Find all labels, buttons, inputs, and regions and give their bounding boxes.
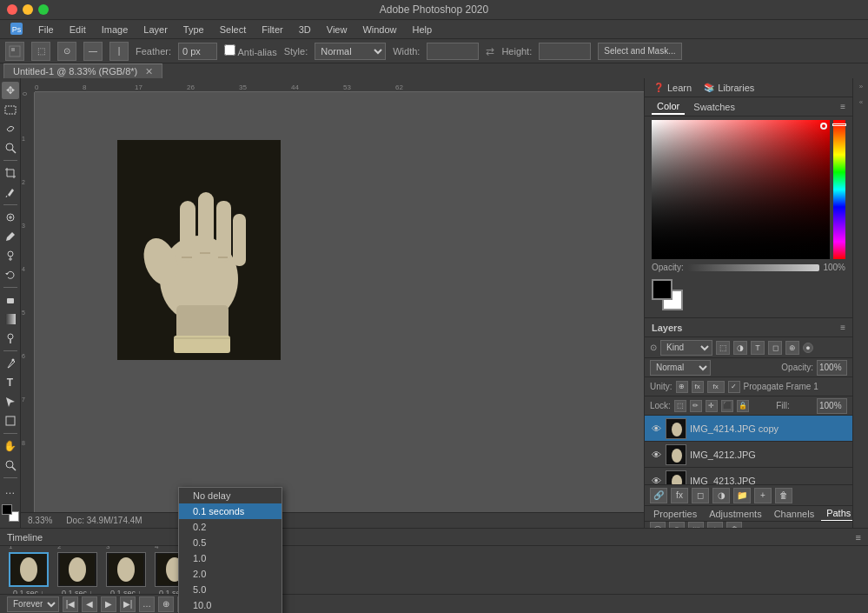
fill-input[interactable] xyxy=(817,398,847,414)
brush-tool[interactable] xyxy=(2,228,19,245)
frame-item-0[interactable]: 1 0.1 sec.↓ xyxy=(7,546,50,594)
menu-window[interactable]: Window xyxy=(355,23,403,37)
delay-5-0[interactable]: 5.0 xyxy=(179,582,282,597)
filter-type-btn[interactable]: T xyxy=(751,341,765,355)
move-tool[interactable]: ✥ xyxy=(2,82,19,99)
lasso-tool[interactable] xyxy=(2,120,19,137)
path-delete-btn[interactable]: 🗑 xyxy=(726,522,742,528)
layer-visibility-1[interactable]: 👁 xyxy=(650,449,662,461)
marquee-ellipse-btn[interactable]: ⊙ xyxy=(57,42,76,61)
filter-kind-select[interactable]: Kind xyxy=(660,340,712,356)
dodge-tool[interactable] xyxy=(2,330,19,347)
menu-file[interactable]: File xyxy=(31,23,61,37)
marquee-tool[interactable] xyxy=(2,101,19,118)
path-select-tool[interactable] xyxy=(2,393,19,410)
foreground-color-swatch[interactable] xyxy=(652,279,673,300)
filter-pixel-btn[interactable]: ⬚ xyxy=(716,341,730,355)
layer-visibility-2[interactable]: 👁 xyxy=(650,475,662,485)
path-load-btn[interactable]: ⬚ xyxy=(688,522,704,528)
layer-item-2[interactable]: 👁 IMG_4213.JPG xyxy=(645,468,852,484)
opacity-input[interactable] xyxy=(817,360,847,376)
frame-item-2[interactable]: 3 0.1 sec.↓ xyxy=(104,546,148,594)
tab-paths[interactable]: Paths xyxy=(821,506,852,521)
width-input[interactable] xyxy=(427,43,479,60)
menu-edit[interactable]: Edit xyxy=(63,23,93,37)
blend-mode-select[interactable]: Normal Multiply Screen xyxy=(650,360,711,376)
color-saturation-value[interactable] xyxy=(652,120,830,259)
add-style-btn[interactable]: fx xyxy=(671,488,688,503)
add-mask-btn[interactable]: ◻ xyxy=(692,488,709,503)
new-group-btn[interactable]: 📁 xyxy=(733,488,751,503)
menu-ps[interactable]: Ps xyxy=(3,21,30,38)
filter-adjustment-btn[interactable]: ◑ xyxy=(733,341,747,355)
crop-tool[interactable] xyxy=(2,164,19,182)
marquee-col-btn[interactable]: | xyxy=(109,42,129,61)
extra-tools-btn[interactable]: … xyxy=(2,482,19,499)
eyedropper-tool[interactable] xyxy=(2,183,19,201)
delay-2-0[interactable]: 2.0 xyxy=(179,566,282,582)
tab-swatches[interactable]: Swatches xyxy=(688,100,740,114)
path-fill-btn[interactable]: ◯ xyxy=(650,522,666,528)
filter-toggle-btn[interactable]: ● xyxy=(803,343,813,353)
tab-adjustments[interactable]: Adjustments xyxy=(704,507,767,521)
quick-select-tool[interactable] xyxy=(2,139,19,157)
filter-smart-btn[interactable]: ⊕ xyxy=(785,341,799,355)
maximize-button[interactable] xyxy=(38,4,49,15)
prev-frame-btn[interactable]: ◀ xyxy=(82,596,97,612)
zoom-tool[interactable] xyxy=(2,456,19,474)
feather-input[interactable] xyxy=(178,43,217,60)
menu-layer[interactable]: Layer xyxy=(136,23,175,37)
foreground-color-swatch[interactable] xyxy=(2,504,12,515)
color-hue-strip[interactable] xyxy=(833,120,845,259)
gradient-tool[interactable] xyxy=(2,310,19,328)
duplicate-frame-btn[interactable]: ⊕ xyxy=(158,596,174,612)
history-tool[interactable] xyxy=(2,266,19,283)
tab-color[interactable]: Color xyxy=(652,99,685,115)
delay-0-5[interactable]: 0.5 xyxy=(179,535,282,550)
document-tab-close[interactable]: ✕ xyxy=(145,66,153,77)
menu-3d[interactable]: 3D xyxy=(292,23,318,37)
delay-10-0[interactable]: 10.0 xyxy=(179,597,282,613)
lock-transparent-btn[interactable]: ⬚ xyxy=(674,400,686,412)
menu-filter[interactable]: Filter xyxy=(255,23,289,37)
panel-expand-btn[interactable]: « xyxy=(853,94,868,110)
opacity-slider[interactable] xyxy=(687,264,820,271)
height-input[interactable] xyxy=(539,43,591,60)
select-mask-button[interactable]: Select and Mask... xyxy=(598,43,681,60)
menu-type[interactable]: Type xyxy=(176,23,211,37)
lock-all-btn[interactable]: 🔒 xyxy=(737,400,749,412)
menu-image[interactable]: Image xyxy=(95,23,136,37)
delay-0-1[interactable]: 0.1 seconds xyxy=(179,503,282,519)
menu-help[interactable]: Help xyxy=(406,23,440,37)
clone-tool[interactable] xyxy=(2,247,19,264)
tab-channels[interactable]: Channels xyxy=(769,507,819,521)
layer-item-1[interactable]: 👁 IMG_4212.JPG xyxy=(645,442,852,468)
layers-collapse-btn[interactable]: ≡ xyxy=(840,323,845,332)
propagate-checkbox[interactable]: ✓ xyxy=(728,381,740,393)
pen-tool[interactable] xyxy=(2,355,19,372)
menu-select[interactable]: Select xyxy=(213,23,254,37)
lock-position-btn[interactable]: ✛ xyxy=(706,400,718,412)
minimize-button[interactable] xyxy=(23,4,33,15)
tween-btn[interactable]: … xyxy=(139,596,155,612)
type-tool[interactable]: T xyxy=(2,374,19,391)
libraries-btn[interactable]: 📚 Libraries xyxy=(699,81,759,95)
new-fill-btn[interactable]: ◑ xyxy=(712,488,730,503)
antialiasing-checkbox[interactable] xyxy=(224,44,235,56)
frame-item-1[interactable]: 2 0.1 sec.↓ xyxy=(56,546,99,594)
delay-1-0[interactable]: 1.0 xyxy=(179,550,282,566)
learn-btn[interactable]: ❓ Learn xyxy=(648,81,697,95)
color-panel-menu-btn[interactable]: ≡ xyxy=(840,102,845,111)
swap-dimensions-icon[interactable]: ⇄ xyxy=(486,45,494,57)
menu-view[interactable]: View xyxy=(320,23,354,37)
tab-properties[interactable]: Properties xyxy=(648,507,702,521)
next-frame-btn[interactable]: ▶| xyxy=(120,596,136,612)
play-btn[interactable]: ▶ xyxy=(101,596,116,612)
path-new-btn[interactable]: + xyxy=(707,522,723,528)
unity-icon-2[interactable]: fx xyxy=(692,381,704,393)
unity-icon-3[interactable]: fx xyxy=(707,381,725,393)
layer-item-0[interactable]: 👁 IMG_4214.JPG copy xyxy=(645,416,852,442)
filter-shape-btn[interactable]: ◻ xyxy=(768,341,782,355)
layer-visibility-0[interactable]: 👁 xyxy=(650,423,662,435)
link-layers-btn[interactable]: 🔗 xyxy=(650,488,667,503)
